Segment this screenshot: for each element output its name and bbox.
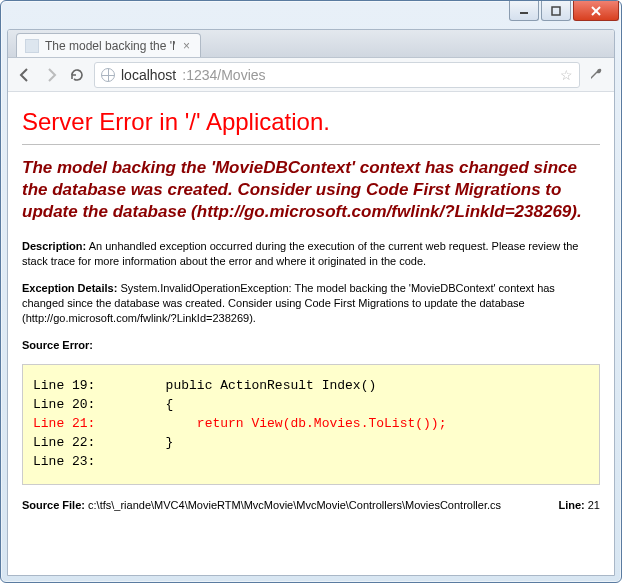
forward-button[interactable]: [42, 66, 60, 84]
source-error-block: Source Error:: [22, 338, 600, 353]
line-number: 21: [588, 499, 600, 511]
minimize-icon: [519, 6, 529, 16]
tab-title: The model backing the 'M: [45, 39, 175, 53]
description-label: Description:: [22, 240, 86, 252]
close-button[interactable]: [573, 1, 619, 21]
close-icon: [590, 6, 602, 16]
browser-tab[interactable]: The model backing the 'M ×: [16, 33, 201, 57]
code-line: Line 20: {: [33, 396, 589, 415]
page-title: Server Error in '/' Application.: [22, 108, 600, 136]
address-bar[interactable]: localhost:1234/Movies ☆: [94, 62, 580, 88]
arrow-right-icon: [43, 67, 59, 83]
settings-button[interactable]: [588, 66, 606, 84]
description-block: Description: An unhandled exception occu…: [22, 239, 600, 269]
details-block: Exception Details: System.InvalidOperati…: [22, 281, 600, 326]
source-file-path: c:\tfs\_riande\MVC4\MovieRTM\MvcMovie\Mv…: [88, 499, 501, 511]
maximize-icon: [551, 6, 561, 16]
favicon-icon: [25, 39, 39, 53]
code-line-error: Line 21: return View(db.Movies.ToList())…: [33, 415, 589, 434]
toolbar: localhost:1234/Movies ☆: [8, 58, 614, 92]
error-page: Server Error in '/' Application. The mod…: [8, 92, 614, 525]
code-line: Line 19: public ActionResult Index(): [33, 377, 589, 396]
back-button[interactable]: [16, 66, 34, 84]
url-host: localhost: [121, 67, 176, 83]
minimize-button[interactable]: [509, 1, 539, 21]
source-code-box: Line 19: public ActionResult Index()Line…: [22, 364, 600, 484]
exception-message: The model backing the 'MovieDBContext' c…: [22, 157, 600, 223]
url-path: :1234/Movies: [182, 67, 265, 83]
details-label: Exception Details:: [22, 282, 117, 294]
window-frame: The model backing the 'M × localhost:123…: [0, 0, 622, 583]
viewport[interactable]: Server Error in '/' Application. The mod…: [8, 92, 614, 575]
source-error-label: Source Error:: [22, 339, 93, 351]
tabstrip: The model backing the 'M ×: [8, 30, 614, 58]
wrench-icon: [588, 66, 604, 82]
globe-icon: [101, 68, 115, 82]
description-text: An unhandled exception occurred during t…: [22, 240, 578, 267]
svg-rect-1: [552, 7, 560, 15]
source-file-block: Source File: c:\tfs\_riande\MVC4\MovieRT…: [22, 499, 600, 511]
bookmark-star-icon[interactable]: ☆: [560, 67, 573, 83]
divider: [22, 144, 600, 145]
code-line: Line 23:: [33, 453, 589, 472]
reload-icon: [69, 67, 85, 83]
reload-button[interactable]: [68, 66, 86, 84]
tab-close-icon[interactable]: ×: [181, 39, 192, 53]
code-line: Line 22: }: [33, 434, 589, 453]
maximize-button[interactable]: [541, 1, 571, 21]
source-file-label: Source File:: [22, 499, 88, 511]
arrow-left-icon: [17, 67, 33, 83]
browser-chrome: The model backing the 'M × localhost:123…: [7, 29, 615, 576]
window-titlebar[interactable]: [1, 1, 621, 29]
line-label: Line:: [558, 499, 587, 511]
